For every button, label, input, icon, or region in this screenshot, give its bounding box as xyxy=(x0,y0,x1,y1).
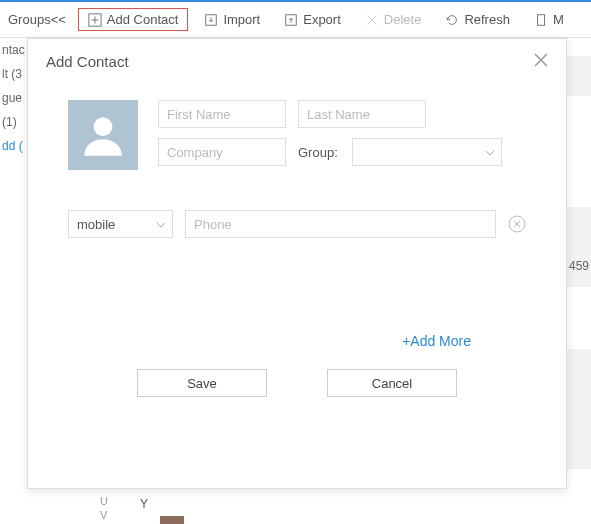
refresh-label: Refresh xyxy=(464,12,510,27)
add-contact-label: Add Contact xyxy=(107,12,179,27)
delete-button: Delete xyxy=(357,8,430,31)
groups-toggle[interactable]: Groups<< xyxy=(4,12,70,27)
avatar-placeholder[interactable] xyxy=(68,100,138,170)
device-icon xyxy=(534,13,548,27)
save-button[interactable]: Save xyxy=(137,369,267,397)
import-button[interactable]: Import xyxy=(196,8,268,31)
contact-thumb xyxy=(160,516,184,524)
delete-label: Delete xyxy=(384,12,422,27)
clear-icon xyxy=(508,215,526,233)
refresh-icon xyxy=(445,13,459,27)
letter-index: U V xyxy=(100,495,108,523)
refresh-button[interactable]: Refresh xyxy=(437,8,518,31)
letter-v[interactable]: V xyxy=(100,509,108,523)
phone-input[interactable] xyxy=(185,210,496,238)
close-icon xyxy=(534,53,548,67)
last-name-input[interactable] xyxy=(298,100,426,128)
person-icon xyxy=(78,110,128,160)
sidebar-item[interactable]: lt (3 xyxy=(0,62,30,86)
group-label: Group: xyxy=(298,145,340,160)
add-contact-modal: Add Contact Group: xyxy=(27,38,567,489)
sidebar: ntac lt (3 gue (1) dd ( xyxy=(0,38,30,158)
delete-icon xyxy=(365,13,379,27)
phone-type-value: mobile xyxy=(77,217,115,232)
phone-type-select[interactable]: mobile xyxy=(68,210,173,238)
sidebar-item[interactable]: gue xyxy=(0,86,30,110)
export-icon xyxy=(284,13,298,27)
letter-y: Y xyxy=(140,497,148,511)
import-label: Import xyxy=(223,12,260,27)
group-select[interactable] xyxy=(352,138,502,166)
cancel-button[interactable]: Cancel xyxy=(327,369,457,397)
m-label: M xyxy=(553,12,564,27)
add-group-link[interactable]: dd ( xyxy=(0,134,30,158)
letter-u[interactable]: U xyxy=(100,495,108,509)
modal-title: Add Contact xyxy=(46,53,129,70)
sidebar-item[interactable]: (1) xyxy=(0,110,30,134)
add-contact-button[interactable]: Add Contact xyxy=(78,8,189,31)
chevron-down-icon xyxy=(485,146,495,161)
m-button[interactable]: M xyxy=(526,8,572,31)
chevron-down-icon xyxy=(156,218,166,233)
export-button[interactable]: Export xyxy=(276,8,349,31)
company-input[interactable] xyxy=(158,138,286,166)
clear-phone-button[interactable] xyxy=(508,215,526,233)
bg-phone-fragment: 459 xyxy=(569,259,589,273)
close-button[interactable] xyxy=(534,53,548,70)
sidebar-item[interactable]: ntac xyxy=(0,38,30,62)
toolbar: Groups<< Add Contact Import Export Delet… xyxy=(0,2,591,38)
svg-point-10 xyxy=(94,117,113,136)
add-more-link[interactable]: +Add More xyxy=(402,333,471,349)
svg-rect-7 xyxy=(537,14,544,25)
plus-icon xyxy=(88,13,102,27)
export-label: Export xyxy=(303,12,341,27)
first-name-input[interactable] xyxy=(158,100,286,128)
import-icon xyxy=(204,13,218,27)
